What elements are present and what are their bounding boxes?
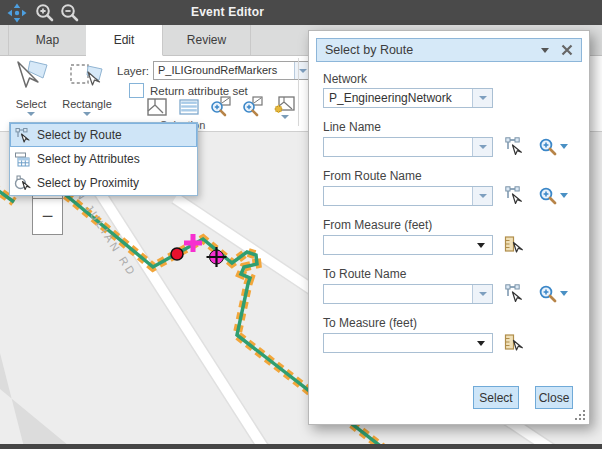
menu-item-select-by-attributes[interactable]: Select by Attributes <box>10 147 197 171</box>
from-route-dropdown-button[interactable] <box>472 187 492 205</box>
to-route-select[interactable] <box>323 284 493 304</box>
event-editor-app: N JULIAN RD + − Event Editor Map <box>0 0 602 449</box>
select-by-proximity-icon <box>14 175 31 192</box>
line-name-dropdown-button[interactable] <box>472 138 492 156</box>
zoom-out-icon[interactable] <box>60 3 80 23</box>
chevron-down-icon <box>479 292 487 296</box>
map-zoom-out-button[interactable]: − <box>32 199 63 235</box>
line-name-zoom-button[interactable] <box>539 138 568 156</box>
zoom-caret-icon[interactable] <box>560 291 568 296</box>
network-select-value: P_EngineeringNetwork <box>324 89 492 107</box>
map-bottom-edge <box>0 444 602 449</box>
to-measure-row <box>323 332 575 353</box>
from-measure-label: From Measure (feet) <box>323 218 575 232</box>
wide-road <box>0 353 80 449</box>
zoom-magnifier-icon <box>539 187 557 205</box>
return-attribute-label: Return attribute set <box>150 85 248 97</box>
zoom-caret-icon[interactable] <box>560 144 568 149</box>
from-route-select[interactable] <box>323 186 493 206</box>
app-title: Event Editor <box>191 5 264 19</box>
tab-review[interactable]: Review <box>163 25 251 55</box>
zoom-to-selection-icon[interactable] <box>210 96 232 118</box>
menu-item-select-by-route[interactable]: Select by Route <box>10 123 197 147</box>
ribbon-group-divider <box>298 58 299 126</box>
chevron-down-icon <box>299 69 307 73</box>
rectangle-tool-icon <box>69 59 105 93</box>
line-name-select[interactable] <box>323 137 493 157</box>
layer-row: Layer: P_ILIGroundRefMarkers <box>117 61 313 80</box>
select-tool-icon <box>13 59 49 93</box>
tab-map[interactable]: Map <box>8 25 87 55</box>
pan-icon[interactable] <box>7 3 27 23</box>
menu-item-select-by-proximity[interactable]: Select by Proximity <box>10 171 197 195</box>
panel-buttons: Select Close <box>473 386 573 409</box>
from-route-pick-on-map-icon[interactable] <box>503 185 524 206</box>
chevron-down-icon <box>479 145 487 149</box>
network-dropdown-button[interactable] <box>472 89 492 107</box>
layer-label: Layer: <box>117 65 149 77</box>
select-caret-icon[interactable] <box>27 112 35 116</box>
app-titlebar: Event Editor <box>0 0 602 25</box>
chevron-down-icon[interactable] <box>477 341 485 346</box>
zoom-magnifier-icon <box>539 285 557 303</box>
panel-header[interactable]: Select by Route <box>316 38 582 62</box>
to-route-row <box>323 283 575 304</box>
to-measure-input[interactable] <box>323 333 493 353</box>
return-attribute-checkbox[interactable] <box>129 83 144 98</box>
selection-options-icon <box>274 96 296 113</box>
menu-item-label: Select by Attributes <box>37 152 140 166</box>
menu-item-label: Select by Route <box>37 128 122 142</box>
close-button[interactable]: Close <box>535 386 573 409</box>
selection-options-caret-icon[interactable] <box>281 115 289 119</box>
select-button[interactable]: Select <box>473 386 519 409</box>
zoom-magnifier-icon <box>539 138 557 156</box>
select-by-attributes-icon <box>14 151 31 168</box>
network-row: P_EngineeringNetwork <box>323 88 575 108</box>
menu-item-label: Select by Proximity <box>37 176 139 190</box>
to-route-label: To Route Name <box>323 267 575 281</box>
line-name-row <box>323 136 575 157</box>
select-by-route-icon <box>14 127 31 144</box>
resize-grip[interactable] <box>573 408 585 420</box>
rectangle-caret-icon[interactable] <box>83 112 91 116</box>
selection-toolbar <box>146 96 296 119</box>
from-measure-pick-on-map-icon[interactable] <box>503 234 524 255</box>
to-route-pick-on-map-icon[interactable] <box>503 283 524 304</box>
select-tool-button[interactable]: Select <box>6 59 56 116</box>
from-route-zoom-button[interactable] <box>539 187 568 205</box>
to-route-dropdown-button[interactable] <box>472 285 492 303</box>
tab-edit[interactable]: Edit <box>86 25 163 56</box>
chevron-down-icon[interactable] <box>477 243 485 248</box>
select-tool-label: Select <box>6 98 56 110</box>
network-label: Network <box>323 72 575 86</box>
to-measure-label: To Measure (feet) <box>323 316 575 330</box>
chevron-down-icon <box>479 194 487 198</box>
to-measure-pick-on-map-icon[interactable] <box>503 332 524 353</box>
rectangle-tool-button[interactable]: Rectangle <box>58 59 116 116</box>
panel-title: Select by Route <box>325 43 541 57</box>
red-dot-marker <box>171 248 183 260</box>
close-icon[interactable] <box>561 44 573 56</box>
to-route-zoom-button[interactable] <box>539 285 568 303</box>
from-measure-row <box>323 234 575 255</box>
zoom-in-icon[interactable] <box>35 3 55 23</box>
zoom-caret-icon[interactable] <box>560 193 568 198</box>
panel-body: Network P_EngineeringNetwork Line Name <box>309 72 589 353</box>
line-name-pick-on-map-icon[interactable] <box>503 136 524 157</box>
panel-collapse-caret-icon[interactable] <box>541 48 549 53</box>
network-select[interactable]: P_EngineeringNetwork <box>323 88 493 108</box>
layer-select-value: P_ILIGroundRefMarkers <box>154 62 312 79</box>
from-route-row <box>323 185 575 206</box>
layer-select[interactable]: P_ILIGroundRefMarkers <box>153 61 313 80</box>
select-by-route-panel: Select by Route Network P_EngineeringNet… <box>308 30 590 425</box>
line-name-label: Line Name <box>323 120 575 134</box>
from-route-label: From Route Name <box>323 169 575 183</box>
rectangle-tool-label: Rectangle <box>58 98 116 110</box>
selection-options-button[interactable] <box>274 96 296 119</box>
from-measure-input[interactable] <box>323 235 493 255</box>
attribute-table-icon[interactable] <box>178 96 200 118</box>
zoom-to-selection-alt-icon[interactable] <box>242 96 264 118</box>
shape-select-icon[interactable] <box>146 96 168 118</box>
select-dropdown-menu: Select by Route Select by Attributes Sel… <box>9 122 198 196</box>
chevron-down-icon <box>479 96 487 100</box>
